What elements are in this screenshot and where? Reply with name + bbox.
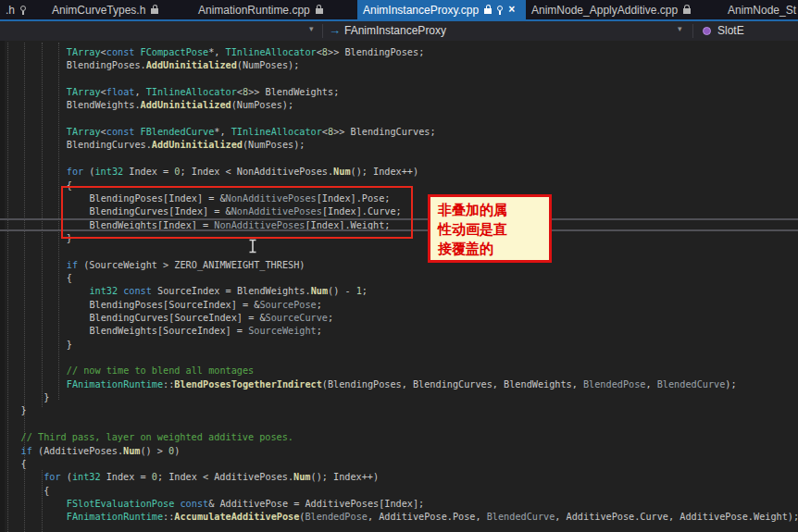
code-line[interactable]: // now time to blend all montages <box>67 365 254 377</box>
tab-bar: .hAnimCurveTypes.hAnimationRuntime.cppAn… <box>0 0 798 19</box>
code-token: FAnimationRuntime <box>67 379 163 390</box>
code-line[interactable]: TArray<float, TInlineAllocator<8>> Blend… <box>67 86 339 99</box>
code-token: FCompactPose <box>141 47 209 57</box>
code-line[interactable]: // Third pass, layer on weighted additiv… <box>21 431 293 444</box>
code-token: TInlineAllocator <box>231 127 322 137</box>
code-token: (SourceWeight > ZERO_ANIMWEIGHT_THRESH) <box>78 260 305 270</box>
code-line[interactable]: { <box>67 272 72 285</box>
code-token: BlendedCurve <box>657 379 726 390</box>
code-line[interactable]: for (int32 Index = 0; Index < AdditivePo… <box>44 471 379 484</box>
text-cursor-icon <box>248 239 257 257</box>
class-dropdown[interactable]: FAnimInstanceProxy <box>344 24 446 37</box>
code-token: (); Index++) <box>351 167 419 177</box>
code-line[interactable]: FSlotEvaluationPose const& AdditivePose … <box>67 498 424 511</box>
tab-animinstanceproxy-cpp[interactable]: AnimInstanceProxy.cpp× <box>357 0 526 19</box>
code-token: (NumPoses); <box>243 140 305 150</box>
tab-label: AnimationRuntime.cpp <box>198 4 310 17</box>
tab-label: AnimCurveTypes.h <box>52 4 145 17</box>
code-token: () - <box>328 286 356 296</box>
code-token: AddUninitialized <box>141 100 231 110</box>
indent-guide <box>42 470 43 532</box>
code-line[interactable]: BlendWeights[SourceIndex] = SourceWeight… <box>89 325 322 338</box>
chevron-down-icon[interactable]: ▾ <box>678 24 682 33</box>
code-line[interactable]: } <box>67 339 72 352</box>
code-token: if <box>21 446 32 456</box>
code-token: *, <box>214 127 231 137</box>
code-line[interactable]: TArray<const FCompactPose*, TInlineAlloc… <box>67 46 424 59</box>
tab-animnode-applyadditive-cpp[interactable]: AnimNode_ApplyAdditive.cpp <box>526 0 713 19</box>
code-line[interactable]: { <box>44 485 49 498</box>
code-token: const <box>180 499 208 509</box>
code-token: AccumulateAdditivePose <box>174 512 299 522</box>
code-line[interactable]: TArray<const FBlendedCurve*, TInlineAllo… <box>67 126 436 139</box>
code-token: { <box>67 273 72 283</box>
code-token: BlendingCurves[SourceIndex] = & <box>89 313 265 323</box>
code-token: BlendingCurves. <box>67 140 152 150</box>
lock-icon <box>316 8 323 14</box>
code-line[interactable]: for (int32 Index = 0; Index < NonAdditiv… <box>67 166 418 179</box>
code-token: :: <box>163 379 174 390</box>
code-token: if <box>67 260 78 270</box>
annotation-line: 性动画是直 <box>438 219 547 239</box>
code-token: ; <box>317 300 322 310</box>
lock-icon <box>151 8 158 14</box>
pin-icon[interactable] <box>20 6 26 11</box>
code-token: const <box>106 127 135 137</box>
code-line[interactable]: } <box>44 391 49 404</box>
tab-label: AnimInstanceProxy.cpp <box>363 4 479 17</box>
tab-label: AnimNode_St <box>728 4 796 17</box>
code-line[interactable]: { <box>21 458 27 471</box>
pin-icon[interactable] <box>497 6 503 11</box>
code-token: BlendedPose <box>583 379 645 390</box>
code-token: // Third pass, layer on weighted additiv… <box>21 432 293 442</box>
code-token: for <box>67 167 83 177</box>
code-line[interactable]: int32 const SourceIndex = BlendWeights.N… <box>89 285 368 298</box>
tab-animnode-st[interactable]: AnimNode_St <box>722 0 798 19</box>
code-line[interactable]: BlendingCurves[SourceIndex] = &SourceCur… <box>89 312 333 325</box>
code-token: BlendingPoses[SourceIndex] = & <box>89 300 259 310</box>
code-token: Num <box>293 472 310 482</box>
code-token: , <box>645 379 656 390</box>
code-token: ; <box>317 326 322 336</box>
code-line[interactable]: } <box>21 404 27 417</box>
code-line[interactable]: if (AdditivePoses.Num() > 0) <box>21 445 181 458</box>
code-token: & AdditivePose = AdditivePoses[Index]; <box>208 499 424 509</box>
code-token: , AdditivePose.Pose, <box>368 512 487 522</box>
code-token: SourceWeight <box>248 326 317 336</box>
separator <box>322 24 323 38</box>
gutter[interactable] <box>0 41 5 532</box>
code-token: TArray <box>67 87 101 97</box>
code-line[interactable]: BlendWeights.AddUninitialized(NumPoses); <box>67 99 293 112</box>
code-editor[interactable]: TArray<const FCompactPose*, TInlineAlloc… <box>0 41 798 532</box>
code-line[interactable]: BlendingCurves.AddUninitialized(NumPoses… <box>67 139 305 152</box>
code-line[interactable]: FAnimationRuntime::AccumulateAdditivePos… <box>67 511 798 524</box>
code-token: BlendingPoses. <box>67 60 146 70</box>
code-line[interactable]: FAnimationRuntime::BlendPosesTogetherInd… <box>67 378 737 391</box>
code-token: { <box>44 486 49 496</box>
tab-label: AnimNode_ApplyAdditive.cpp <box>531 4 678 17</box>
code-token: (BlendingPoses, BlendingCurves, BlendWei… <box>322 379 583 390</box>
code-line[interactable]: if (SourceWeight > ZERO_ANIMWEIGHT_THRES… <box>67 259 305 272</box>
vs-editor-window: .hAnimCurveTypes.hAnimationRuntime.cppAn… <box>0 0 798 532</box>
code-token: { <box>21 459 27 469</box>
code-token: ( <box>83 167 94 177</box>
code-token: TInlineAllocator <box>146 87 237 97</box>
code-token: , <box>134 87 145 97</box>
navigation-bar: ▾ → FAnimInstanceProxy ▾ SlotE <box>0 21 798 41</box>
tab--h[interactable]: .h <box>0 0 43 19</box>
close-icon[interactable]: × <box>508 0 515 19</box>
chevron-down-icon[interactable]: ▾ <box>309 24 314 33</box>
code-token: SourceCurve <box>266 313 328 323</box>
code-line[interactable]: BlendingPoses[SourceIndex] = &SourcePose… <box>89 299 322 312</box>
method-dropdown[interactable]: SlotE <box>717 24 744 37</box>
code-token: int32 <box>89 286 118 296</box>
annotation-note: 非叠加的属 性动画是直 接覆盖的 <box>428 194 552 263</box>
code-token: ; <box>328 313 333 323</box>
tab-animationruntime-cpp[interactable]: AnimationRuntime.cpp <box>193 0 337 19</box>
tab-animcurvetypes-h[interactable]: AnimCurveTypes.h <box>46 0 163 19</box>
code-token: Num <box>333 167 350 177</box>
code-token: const <box>106 47 135 57</box>
code-token: (NumPoses); <box>237 60 299 70</box>
code-token: BlendedPose <box>305 512 367 522</box>
code-line[interactable]: BlendingPoses.AddUninitialized(NumPoses)… <box>67 59 299 72</box>
